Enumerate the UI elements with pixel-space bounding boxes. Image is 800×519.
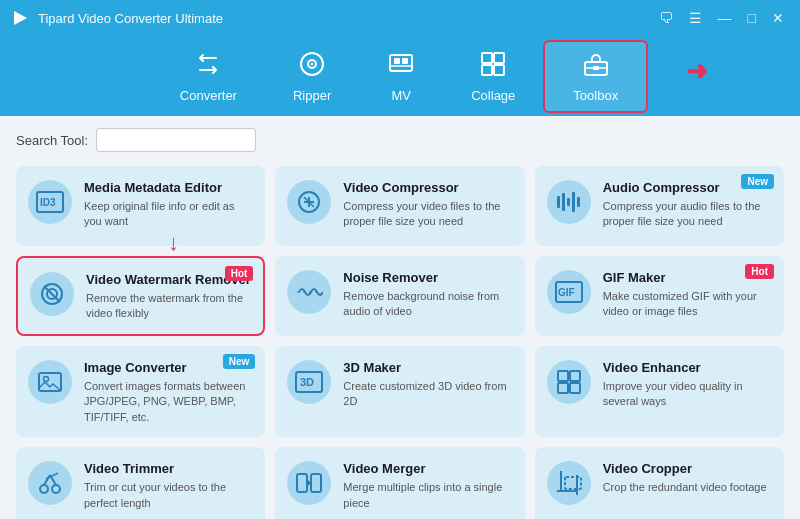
svg-point-41 (52, 485, 60, 493)
svg-rect-25 (577, 197, 580, 207)
video-cropper-desc: Crop the redundant video footage (603, 480, 772, 495)
collage-label: Collage (471, 88, 515, 103)
nav-bar: Converter Ripper MV (0, 36, 800, 116)
converter-icon (194, 50, 222, 84)
svg-rect-38 (558, 383, 568, 393)
svg-rect-46 (311, 474, 321, 492)
media-metadata-editor-body: Media Metadata EditorKeep original file … (84, 180, 253, 230)
tool-card-video-cropper[interactable]: Video CropperCrop the redundant video fo… (535, 447, 784, 519)
collage-icon (479, 50, 507, 84)
title-bar: Tipard Video Converter Ultimate 🗨 ☰ — □ … (0, 0, 800, 36)
svg-rect-45 (297, 474, 307, 492)
nav-mv[interactable]: MV (359, 42, 443, 111)
image-converter-badge: New (223, 354, 256, 369)
tool-card-video-compressor[interactable]: Video CompressorCompress your video file… (275, 166, 524, 246)
tool-card-video-watermark-remover[interactable]: Video Watermark RemoverRemove the waterm… (16, 256, 265, 336)
svg-text:3D: 3D (300, 376, 314, 388)
svg-point-3 (311, 62, 314, 65)
tool-card-gif-maker[interactable]: GIFGIF MakerMake customized GIF with you… (535, 256, 784, 336)
nav-toolbox[interactable]: Toolbox (543, 40, 648, 113)
svg-rect-11 (494, 65, 504, 75)
arrow-indicator: ➜ (686, 56, 708, 87)
mv-label: MV (391, 88, 411, 103)
nav-converter[interactable]: Converter (152, 42, 265, 111)
video-enhancer-desc: Improve your video quality in several wa… (603, 379, 772, 410)
video-trimmer-icon (28, 461, 72, 505)
tool-grid: ID3Media Metadata EditorKeep original fi… (16, 166, 784, 519)
video-compressor-desc: Compress your video files to the proper … (343, 199, 512, 230)
media-metadata-editor-desc: Keep original file info or edit as you w… (84, 199, 253, 230)
svg-rect-39 (570, 383, 580, 393)
image-converter-desc: Convert images formats between JPG/JPEG,… (84, 379, 253, 425)
svg-rect-22 (562, 193, 565, 211)
toolbox-label: Toolbox (573, 88, 618, 103)
noise-remover-desc: Remove background noise from audio of vi… (343, 289, 512, 320)
nav-ripper[interactable]: Ripper (265, 42, 359, 111)
media-metadata-editor-icon: ID3 (28, 180, 72, 224)
svg-rect-10 (482, 65, 492, 75)
video-enhancer-title: Video Enhancer (603, 360, 772, 375)
nav-collage[interactable]: Collage (443, 42, 543, 111)
search-bar: Search Tool: (16, 128, 784, 152)
window-controls: 🗨 ☰ — □ ✕ (653, 8, 790, 28)
video-merger-title: Video Merger (343, 461, 512, 476)
video-watermark-remover-badge: Hot (225, 266, 254, 281)
tool-card-image-converter[interactable]: Image ConverterConvert images formats be… (16, 346, 265, 437)
tool-card-noise-remover[interactable]: Noise RemoverRemove background noise fro… (275, 256, 524, 336)
app-logo (10, 8, 30, 28)
search-label: Search Tool: (16, 133, 88, 148)
svg-text:ID3: ID3 (40, 197, 56, 208)
app-title-area: Tipard Video Converter Ultimate (10, 8, 223, 28)
content-area: Search Tool: ID3Media Metadata EditorKee… (0, 116, 800, 519)
tool-card-3d-maker[interactable]: 3D3D MakerCreate customized 3D video fro… (275, 346, 524, 437)
svg-rect-14 (593, 66, 599, 70)
noise-remover-body: Noise RemoverRemove background noise fro… (343, 270, 512, 320)
video-watermark-remover-desc: Remove the watermark from the video flex… (86, 291, 251, 322)
chat-button[interactable]: 🗨 (653, 8, 679, 28)
video-watermark-remover-icon (30, 272, 74, 316)
tool-card-video-enhancer[interactable]: Video EnhancerImprove your video quality… (535, 346, 784, 437)
video-cropper-body: Video CropperCrop the redundant video fo… (603, 461, 772, 495)
toolbox-icon (582, 50, 610, 84)
svg-line-42 (44, 475, 50, 485)
audio-compressor-badge: New (741, 174, 774, 189)
svg-text:GIF: GIF (558, 287, 575, 298)
svg-rect-23 (567, 198, 570, 206)
gif-maker-icon: GIF (547, 270, 591, 314)
search-input[interactable] (96, 128, 256, 152)
image-converter-body: Image ConverterConvert images formats be… (84, 360, 253, 425)
svg-rect-4 (390, 55, 412, 71)
audio-compressor-desc: Compress your audio files to the proper … (603, 199, 772, 230)
video-trimmer-desc: Trim or cut your videos to the perfect l… (84, 480, 253, 511)
tool-card-video-merger[interactable]: Video MergerMerge multiple clips into a … (275, 447, 524, 519)
video-cropper-title: Video Cropper (603, 461, 772, 476)
svg-rect-21 (557, 196, 560, 208)
tool-card-audio-compressor[interactable]: Audio CompressorCompress your audio file… (535, 166, 784, 246)
video-merger-body: Video MergerMerge multiple clips into a … (343, 461, 512, 511)
gif-maker-badge: Hot (745, 264, 774, 279)
svg-rect-36 (558, 371, 568, 381)
video-merger-icon (287, 461, 331, 505)
image-converter-icon (28, 360, 72, 404)
video-compressor-title: Video Compressor (343, 180, 512, 195)
svg-point-33 (44, 377, 49, 382)
gif-maker-desc: Make customized GIF with your video or i… (603, 289, 772, 320)
menu-button[interactable]: ☰ (683, 8, 708, 28)
3d-maker-title: 3D Maker (343, 360, 512, 375)
3d-maker-icon: 3D (287, 360, 331, 404)
3d-maker-body: 3D MakerCreate customized 3D video from … (343, 360, 512, 410)
converter-label: Converter (180, 88, 237, 103)
media-metadata-editor-title: Media Metadata Editor (84, 180, 253, 195)
minimize-button[interactable]: — (712, 8, 738, 28)
close-button[interactable]: ✕ (766, 8, 790, 28)
svg-rect-8 (482, 53, 492, 63)
svg-rect-9 (494, 53, 504, 63)
svg-marker-0 (14, 11, 27, 25)
video-cropper-icon (547, 461, 591, 505)
ripper-icon (298, 50, 326, 84)
tool-card-video-trimmer[interactable]: Video TrimmerTrim or cut your videos to … (16, 447, 265, 519)
maximize-button[interactable]: □ (742, 8, 762, 28)
3d-maker-desc: Create customized 3D video from 2D (343, 379, 512, 410)
tool-card-media-metadata-editor[interactable]: ID3Media Metadata EditorKeep original fi… (16, 166, 265, 246)
svg-rect-24 (572, 192, 575, 212)
